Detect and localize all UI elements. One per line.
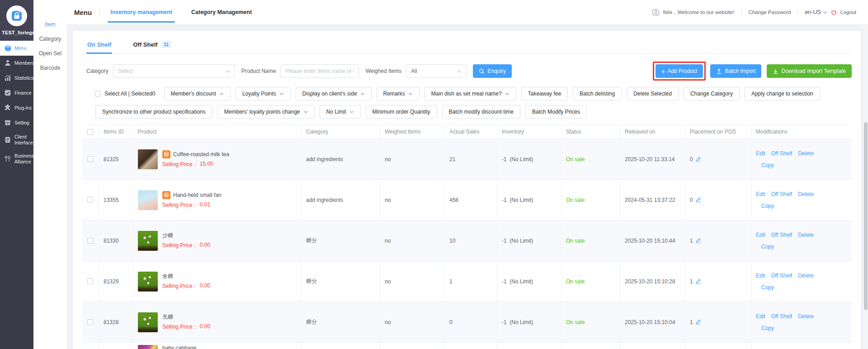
batch-synchronize-to-other-product-specifications-button[interactable]: Synchronize to other product specificati… — [95, 105, 212, 119]
batch-main-dish-as-set-meal-name-button[interactable]: Main dish as set meal name? — [425, 87, 516, 100]
logout-link[interactable]: Logout — [840, 10, 856, 15]
table-row: 81329全糖Selling Price：0.00糖分no1-1 (No Lim… — [82, 261, 852, 302]
sidebar-item-setting[interactable]: Setting — [0, 115, 33, 130]
batch-takeaway-fee-button[interactable]: Takeaway fee — [521, 87, 568, 100]
copy-link[interactable]: Copy — [761, 325, 774, 331]
category-select[interactable]: Select — [113, 64, 235, 78]
off-shelf-link[interactable]: Off Shelf — [771, 191, 792, 197]
edit-link[interactable]: Edit — [756, 273, 765, 279]
tab-off-shelf[interactable]: Off Shelf 11 — [132, 38, 172, 53]
tab-on-shelf[interactable]: On Shelf — [86, 38, 112, 53]
subnav-item-item[interactable]: Item — [33, 17, 67, 32]
items-id-cell: 81330 — [99, 220, 133, 261]
button-label: Delete Selected — [633, 91, 672, 97]
tab-inventory-management[interactable]: Inventory management — [108, 0, 175, 24]
product-name-input[interactable]: Please enter items name or the — [280, 64, 359, 78]
delete-link[interactable]: Delete — [798, 232, 814, 238]
product-cell: 无糖Selling Price：0.00 — [133, 302, 302, 342]
copy-link[interactable]: Copy — [761, 162, 774, 168]
subnav-item-barcode[interactable]: Barcode — [33, 61, 67, 75]
edit-pencil-icon[interactable] — [695, 197, 701, 203]
members-icon — [4, 59, 12, 67]
off-shelf-link[interactable]: Off Shelf — [771, 313, 792, 320]
batch-change-category-button[interactable]: Change Category — [684, 87, 740, 100]
batch-members-loyalty-points-change-button[interactable]: Members' loyalty points change — [217, 105, 315, 119]
released-on-cell — [620, 343, 685, 349]
row-checkbox-cell — [82, 302, 99, 342]
pos-placement-value: 0 — [690, 156, 693, 163]
batch-import-button[interactable]: Batch Import — [710, 64, 761, 78]
sidebar-item-client-interface[interactable]: Client Interface — [0, 130, 33, 149]
delete-link[interactable]: Delete — [798, 273, 814, 279]
items-id-cell: 81329 — [99, 261, 133, 301]
placement-on-pos-cell: 0 — [685, 180, 751, 220]
edit-link[interactable]: Edit — [756, 150, 765, 157]
batch-batch-modify-discount-time-button[interactable]: Batch modify discount time — [442, 105, 520, 119]
batch-no-limit-button[interactable]: No Limit — [320, 105, 361, 119]
edit-link[interactable]: Edit — [756, 191, 765, 197]
sidebar-item-statistics[interactable]: Statistics — [0, 71, 33, 86]
sidebar-item-members[interactable]: Members — [0, 56, 33, 71]
edit-link[interactable]: Edit — [756, 313, 765, 320]
batch-member-s-discount-button[interactable]: Member's discount — [164, 87, 231, 100]
edit-link[interactable]: Edit — [756, 232, 765, 238]
change-password-link[interactable]: Change Password — [748, 10, 791, 15]
sidebar-item-label: Menu — [14, 45, 26, 51]
sidebar-item-plug-ins[interactable]: Plug-ins — [0, 100, 33, 115]
sidebar-item-finance[interactable]: Finance — [0, 86, 33, 100]
locale-selector[interactable]: en-US — [805, 9, 827, 15]
sidebar-item-business-alliance[interactable]: Business Alliance — [0, 149, 33, 168]
off-shelf-link[interactable]: Off Shelf — [771, 232, 792, 238]
business-icon — [4, 155, 12, 163]
subnav-item-open-set[interactable]: Open Set — [33, 46, 67, 61]
batch-remarks-button[interactable]: Remarks — [377, 87, 420, 100]
category-cell: add ingredients — [302, 180, 380, 220]
chevron-down-icon — [349, 110, 354, 114]
copy-link[interactable]: Copy — [761, 244, 774, 250]
copy-link[interactable]: Copy — [761, 284, 774, 291]
scrollbar-track[interactable] — [863, 25, 868, 349]
edit-pencil-icon[interactable] — [695, 319, 701, 325]
released-on-cell: 2025-10-20 11:33:14 — [620, 139, 685, 179]
off-shelf-link[interactable]: Off Shelf — [771, 273, 792, 279]
product-name: Hand-held small fan — [173, 192, 222, 198]
batch-delete-selected-button[interactable]: Delete Selected — [627, 87, 679, 100]
selling-price: Selling Price：0.00 — [162, 323, 210, 331]
delete-link[interactable]: Delete — [798, 191, 814, 197]
select-all-checkbox[interactable] — [95, 91, 101, 97]
row-checkbox[interactable] — [87, 319, 93, 325]
add-product-button[interactable]: + Add Product — [656, 64, 703, 78]
delete-link[interactable]: Delete — [798, 150, 814, 157]
column-header-actual-sales: Actual Sales — [445, 125, 497, 139]
row-checkbox[interactable] — [87, 197, 93, 203]
row-checkbox[interactable] — [87, 156, 93, 162]
chevron-down-icon — [219, 91, 224, 96]
batch-apply-change-to-selection-button[interactable]: Apply change to selection — [745, 87, 820, 100]
off-shelf-link[interactable]: Off Shelf — [771, 150, 792, 157]
setting-icon — [4, 119, 12, 127]
enquiry-button[interactable]: Enquiry — [473, 64, 512, 78]
edit-pencil-icon[interactable] — [695, 156, 701, 162]
row-checkbox[interactable] — [87, 238, 93, 244]
column-header-modifications: Modifications — [751, 125, 852, 139]
table-body: 81325Coffee-roasted milk teaSelling Pric… — [82, 139, 852, 349]
batch-display-on-client-s-side-button[interactable]: Display on client's side — [296, 87, 372, 100]
header-checkbox[interactable] — [87, 129, 93, 135]
batch-loyalty-points-button[interactable]: Loyalty Points — [236, 87, 291, 100]
batch-batch-modify-prices-button[interactable]: Batch Modify Prices — [525, 105, 587, 119]
scrollbar-thumb[interactable] — [864, 122, 868, 310]
tab-category-management[interactable]: Category Management — [189, 0, 255, 24]
sidebar-item-label: Members — [14, 60, 34, 66]
edit-pencil-icon[interactable] — [695, 278, 701, 284]
weighed-items-select[interactable]: All — [406, 64, 467, 78]
download-import-template-button[interactable]: Download Import Template — [767, 64, 852, 78]
row-checkbox[interactable] — [87, 278, 93, 284]
subnav-item-category[interactable]: Category — [33, 32, 67, 46]
edit-pencil-icon[interactable] — [695, 238, 701, 244]
delete-link[interactable]: Delete — [798, 313, 814, 320]
category-label: Category — [86, 68, 108, 74]
batch-batch-delisting-button[interactable]: Batch delisting — [573, 87, 622, 100]
copy-link[interactable]: Copy — [761, 203, 774, 209]
batch-minimum-order-quantity-button[interactable]: Minimum order Quantity — [366, 105, 437, 119]
sidebar-item-menu[interactable]: Menu — [0, 41, 33, 56]
